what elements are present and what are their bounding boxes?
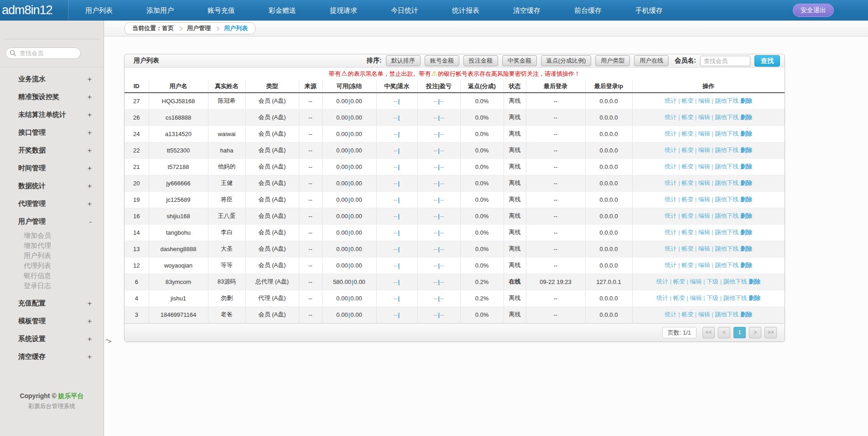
op-stats-link[interactable]: 统计 xyxy=(665,97,677,104)
op-account-change-link[interactable]: 帐变 xyxy=(681,196,693,203)
expand-toggle-icon[interactable]: + xyxy=(88,75,92,84)
sort-button[interactable]: 默认排序 xyxy=(386,55,421,66)
op-edit-link[interactable]: 编辑 xyxy=(698,147,710,153)
nav-item[interactable]: 提现请求 xyxy=(313,0,374,21)
member-search-input[interactable] xyxy=(700,56,750,66)
nav-item[interactable]: 账号充值 xyxy=(191,0,252,21)
nav-item[interactable]: 今日统计 xyxy=(374,0,435,21)
op-stats-link[interactable]: 统计 xyxy=(665,114,677,121)
op-stats-link[interactable]: 统计 xyxy=(665,179,677,186)
op-account-change-link[interactable]: 帐变 xyxy=(681,163,693,170)
sidebar-submenu-item[interactable]: 银行信息 xyxy=(0,271,104,281)
op-kick-offline-link[interactable]: 踢他下线 xyxy=(715,245,738,252)
expand-toggle-icon[interactable]: + xyxy=(88,129,92,137)
expand-toggle-icon[interactable]: + xyxy=(88,164,92,173)
op-kick-offline-link[interactable]: 踢他下线 xyxy=(715,114,738,121)
sidebar-search-input[interactable] xyxy=(5,47,81,59)
op-stats-link[interactable]: 统计 xyxy=(665,147,677,153)
page-number-active[interactable]: 1 xyxy=(733,327,746,338)
op-stats-link[interactable]: 统计 xyxy=(665,163,677,170)
op-kick-offline-link[interactable]: 踢他下线 xyxy=(715,262,738,268)
op-kick-offline-link[interactable]: 踢他下线 xyxy=(715,212,738,219)
op-stats-link[interactable]: 统计 xyxy=(665,311,677,318)
sidebar-submenu-item[interactable]: 用户列表 xyxy=(0,251,104,261)
logout-button[interactable]: 安全退出 xyxy=(793,4,834,17)
sidebar-menu-item[interactable]: 业务流水+ xyxy=(0,70,104,88)
op-edit-link[interactable]: 编辑 xyxy=(698,130,710,137)
nav-item[interactable]: 统计报表 xyxy=(435,0,496,21)
sidebar-menu-item[interactable]: 数据统计+ xyxy=(0,177,104,195)
op-account-change-link[interactable]: 帐变 xyxy=(681,114,693,121)
expand-toggle-icon[interactable]: + xyxy=(88,93,92,101)
sidebar-menu-item[interactable]: 未结算注单统计+ xyxy=(0,106,104,124)
op-edit-link[interactable]: 编辑 xyxy=(698,179,710,186)
op-delete-link[interactable]: 删除 xyxy=(740,114,752,121)
op-stats-link[interactable]: 统计 xyxy=(656,294,668,301)
op-subordinate-link[interactable]: 下级 xyxy=(707,278,718,285)
op-edit-link[interactable]: 编辑 xyxy=(698,196,710,203)
expand-toggle-icon[interactable]: + xyxy=(88,317,92,326)
op-stats-link[interactable]: 统计 xyxy=(665,262,677,268)
expand-toggle-icon[interactable]: + xyxy=(88,335,92,343)
op-kick-offline-link[interactable]: 踢他下线 xyxy=(715,196,738,203)
op-delete-link[interactable]: 删除 xyxy=(740,196,752,203)
op-kick-offline-link[interactable]: 踢他下线 xyxy=(715,130,738,137)
nav-item[interactable]: 清空缓存 xyxy=(496,0,557,21)
expand-toggle-icon[interactable]: + xyxy=(88,353,92,361)
op-edit-link[interactable]: 编辑 xyxy=(698,245,710,252)
expand-toggle-icon[interactable]: - xyxy=(89,218,92,226)
sidebar-menu-item[interactable]: 模板管理+ xyxy=(0,312,104,330)
op-edit-link[interactable]: 编辑 xyxy=(698,262,710,268)
sidebar-menu-item[interactable]: 清空缓存+ xyxy=(0,348,104,366)
sort-button[interactable]: 投注金额 xyxy=(463,55,498,66)
op-delete-link[interactable]: 删除 xyxy=(740,212,752,219)
sidebar-submenu-item[interactable]: 增加代理 xyxy=(0,241,104,251)
sort-button[interactable]: 账号金额 xyxy=(425,55,459,66)
op-account-change-link[interactable]: 帐变 xyxy=(681,130,693,137)
sort-button[interactable]: 中奖金额 xyxy=(502,55,537,66)
sidebar-submenu-item[interactable]: 代理列表 xyxy=(0,261,104,271)
expand-toggle-icon[interactable]: + xyxy=(88,182,92,190)
sidebar-menu-item[interactable]: 精准预设控奖+ xyxy=(0,88,104,106)
page-nav-button[interactable]: << xyxy=(702,327,715,338)
op-stats-link[interactable]: 统计 xyxy=(665,245,677,252)
op-account-change-link[interactable]: 帐变 xyxy=(673,294,685,301)
search-button[interactable]: 查找 xyxy=(754,55,780,67)
nav-item[interactable]: 彩金赠送 xyxy=(252,0,313,21)
op-delete-link[interactable]: 删除 xyxy=(740,245,752,252)
op-edit-link[interactable]: 编辑 xyxy=(698,311,710,318)
expand-toggle-icon[interactable]: + xyxy=(88,147,92,155)
op-stats-link[interactable]: 统计 xyxy=(665,212,677,219)
op-delete-link[interactable]: 删除 xyxy=(740,130,752,137)
op-account-change-link[interactable]: 帐变 xyxy=(681,97,693,104)
sidebar-menu-item[interactable]: 充值配置+ xyxy=(0,294,104,312)
op-edit-link[interactable]: 编辑 xyxy=(690,278,702,285)
op-kick-offline-link[interactable]: 踢他下线 xyxy=(723,278,747,285)
op-account-change-link[interactable]: 帐变 xyxy=(681,262,693,268)
op-delete-link[interactable]: 删除 xyxy=(740,97,752,104)
sidebar-submenu-item[interactable]: 登录日志 xyxy=(0,281,104,291)
op-kick-offline-link[interactable]: 踢他下线 xyxy=(723,294,747,301)
sort-button[interactable]: 用户在线 xyxy=(634,55,669,66)
op-edit-link[interactable]: 编辑 xyxy=(698,229,710,236)
sort-button[interactable]: 返点(分成比例) xyxy=(541,55,592,66)
page-nav-button[interactable]: > xyxy=(749,327,761,338)
op-delete-link[interactable]: 删除 xyxy=(740,311,752,318)
sidebar-menu-item[interactable]: 时间管理+ xyxy=(0,159,104,177)
op-stats-link[interactable]: 统计 xyxy=(665,130,677,137)
sidebar-submenu-item[interactable]: 增加会员 xyxy=(0,231,104,241)
op-kick-offline-link[interactable]: 踢他下线 xyxy=(715,311,738,318)
op-delete-link[interactable]: 删除 xyxy=(740,229,752,236)
op-delete-link[interactable]: 删除 xyxy=(748,278,760,285)
op-edit-link[interactable]: 编辑 xyxy=(698,163,710,170)
op-account-change-link[interactable]: 帐变 xyxy=(673,278,685,285)
op-delete-link[interactable]: 删除 xyxy=(740,179,752,186)
op-account-change-link[interactable]: 帐变 xyxy=(681,229,693,236)
nav-item[interactable]: 手机缓存 xyxy=(619,0,680,21)
op-subordinate-link[interactable]: 下级 xyxy=(707,294,718,301)
op-edit-link[interactable]: 编辑 xyxy=(698,114,710,121)
op-edit-link[interactable]: 编辑 xyxy=(690,294,702,301)
sort-button[interactable]: 用户类型 xyxy=(595,55,630,66)
op-account-change-link[interactable]: 帐变 xyxy=(681,245,693,252)
nav-item[interactable]: 添加用户 xyxy=(130,0,191,21)
